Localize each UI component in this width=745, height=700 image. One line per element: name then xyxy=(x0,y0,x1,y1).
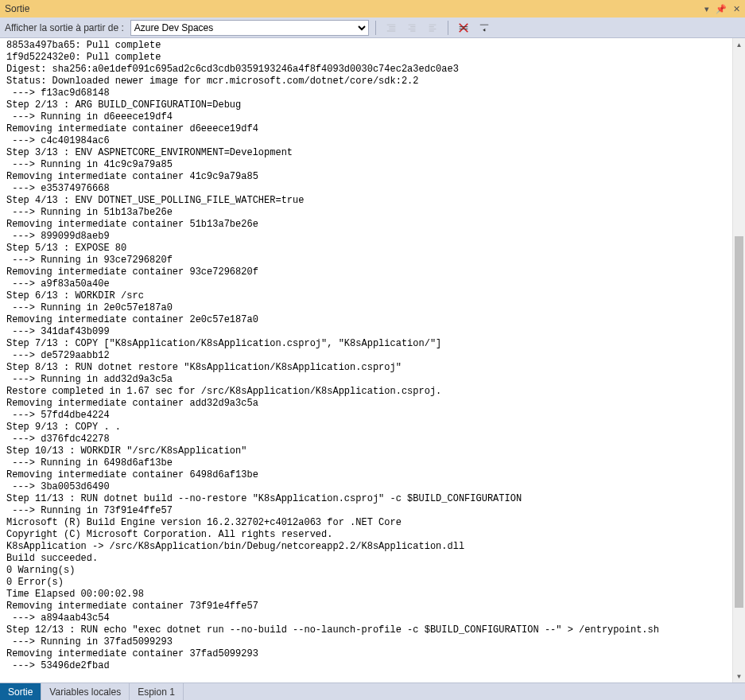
output-source-select[interactable]: Azure Dev Spaces xyxy=(130,20,369,36)
scroll-up-arrow[interactable]: ▲ xyxy=(733,38,745,51)
tab-sortie[interactable]: Sortie xyxy=(0,683,41,700)
scroll-track[interactable] xyxy=(733,51,745,670)
toggle-word-wrap-button[interactable] xyxy=(475,20,493,36)
output-text[interactable]: 8853a497ba65: Pull complete 1f9d522432e0… xyxy=(0,38,732,682)
tab-espion-1[interactable]: Espion 1 xyxy=(130,683,184,700)
clear-all-button[interactable] xyxy=(455,20,472,36)
bottom-tabs: SortieVariables localesEspion 1 xyxy=(0,682,745,700)
scroll-thumb[interactable] xyxy=(735,236,743,608)
output-content-wrap: 8853a497ba65: Pull complete 1f9d522432e0… xyxy=(0,38,745,682)
clear-all-icon xyxy=(458,22,469,33)
separator xyxy=(375,21,376,35)
svg-rect-0 xyxy=(460,26,468,27)
indent-nav-next-button xyxy=(424,20,441,36)
indent-nav-prev-button xyxy=(403,20,421,36)
separator xyxy=(448,21,448,35)
dropdown-icon[interactable]: ▾ xyxy=(704,4,709,14)
title-bar: Sortie ▾ 📌 ✕ xyxy=(0,0,745,18)
vertical-scrollbar[interactable]: ▲ ▼ xyxy=(732,38,745,682)
window-controls: ▾ 📌 ✕ xyxy=(704,4,740,14)
close-icon[interactable]: ✕ xyxy=(733,4,740,14)
output-source-label: Afficher la sortie à partir de : xyxy=(5,22,124,33)
pin-icon[interactable]: 📌 xyxy=(716,4,727,14)
tab-variables-locales[interactable]: Variables locales xyxy=(41,683,130,700)
indent-left-icon xyxy=(386,22,397,33)
indent-nav-prev-icon xyxy=(406,22,417,33)
scroll-down-arrow[interactable]: ▼ xyxy=(733,670,745,682)
indent-nav-next-icon xyxy=(427,22,438,33)
word-wrap-icon xyxy=(479,22,490,33)
toolbar: Afficher la sortie à partir de : Azure D… xyxy=(0,18,745,38)
indent-left-button xyxy=(382,20,400,36)
svg-rect-1 xyxy=(460,28,468,29)
window-title: Sortie xyxy=(5,3,29,14)
